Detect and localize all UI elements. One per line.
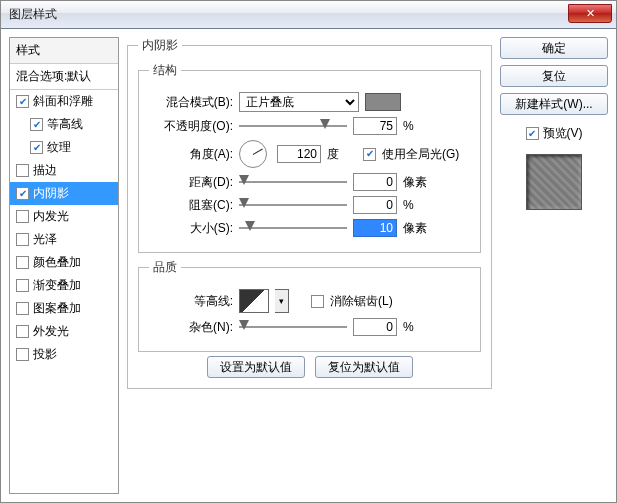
structure-legend: 结构 — [149, 62, 181, 79]
preview-label: 预览(V) — [543, 125, 583, 142]
distance-unit: 像素 — [403, 174, 433, 191]
style-item-label: 斜面和浮雕 — [33, 93, 93, 110]
noise-label: 杂色(N): — [149, 319, 233, 336]
preview-toggle[interactable]: 预览(V) — [500, 125, 608, 142]
styles-panel: 样式 混合选项:默认 斜面和浮雕 等高线 纹理 描边 内阴影 内发光 — [9, 37, 119, 494]
structure-group: 结构 混合模式(B): 正片叠底 不透明度(O): % — [138, 62, 481, 253]
global-light-label: 使用全局光(G) — [382, 146, 459, 163]
color-swatch[interactable] — [365, 93, 401, 111]
checkbox-icon[interactable] — [16, 210, 29, 223]
style-item-pattern-overlay[interactable]: 图案叠加 — [10, 297, 118, 320]
style-item-label: 纹理 — [47, 139, 71, 156]
inner-shadow-group: 内阴影 结构 混合模式(B): 正片叠底 不透明度(O): % — [127, 37, 492, 389]
make-default-button[interactable]: 设置为默认值 — [207, 356, 305, 378]
noise-slider[interactable] — [239, 319, 347, 335]
window-title: 图层样式 — [9, 6, 57, 23]
angle-dial[interactable] — [239, 140, 267, 168]
preview-thumbnail — [526, 154, 582, 210]
opacity-label: 不透明度(O): — [149, 118, 233, 135]
close-icon: ✕ — [586, 7, 595, 20]
size-slider[interactable] — [239, 220, 347, 236]
checkbox-icon[interactable] — [30, 141, 43, 154]
style-item-bevel[interactable]: 斜面和浮雕 — [10, 90, 118, 113]
checkbox-icon[interactable] — [16, 233, 29, 246]
style-item-contour[interactable]: 等高线 — [10, 113, 118, 136]
style-item-label: 颜色叠加 — [33, 254, 81, 271]
quality-group: 品质 等高线: ▾ 消除锯齿(L) 杂色(N): % — [138, 259, 481, 352]
section-title: 内阴影 — [138, 37, 182, 54]
size-row: 大小(S): 像素 — [149, 219, 470, 237]
checkbox-icon[interactable] — [16, 95, 29, 108]
contour-label: 等高线: — [149, 293, 233, 310]
blend-mode-label: 混合模式(B): — [149, 94, 233, 111]
checkbox-icon[interactable] — [16, 325, 29, 338]
checkbox-icon[interactable] — [16, 164, 29, 177]
opacity-unit: % — [403, 119, 433, 133]
checkbox-icon[interactable] — [16, 279, 29, 292]
blend-options-item[interactable]: 混合选项:默认 — [10, 64, 118, 90]
blend-options-label: 混合选项:默认 — [16, 68, 91, 85]
settings-area: 内阴影 结构 混合模式(B): 正片叠底 不透明度(O): % — [127, 37, 492, 494]
style-item-label: 光泽 — [33, 231, 57, 248]
style-item-label: 外发光 — [33, 323, 69, 340]
checkbox-icon[interactable] — [16, 302, 29, 315]
choke-slider[interactable] — [239, 197, 347, 213]
contour-swatch[interactable] — [239, 289, 269, 313]
style-item-label: 描边 — [33, 162, 57, 179]
style-item-label: 内阴影 — [33, 185, 69, 202]
noise-input[interactable] — [353, 318, 397, 336]
distance-slider[interactable] — [239, 174, 347, 190]
style-item-texture[interactable]: 纹理 — [10, 136, 118, 159]
style-item-gradient-overlay[interactable]: 渐变叠加 — [10, 274, 118, 297]
style-item-label: 等高线 — [47, 116, 83, 133]
dialog-content: 样式 混合选项:默认 斜面和浮雕 等高线 纹理 描边 内阴影 内发光 — [1, 29, 616, 502]
choke-unit: % — [403, 198, 433, 212]
size-input[interactable] — [353, 219, 397, 237]
style-item-label: 图案叠加 — [33, 300, 81, 317]
styles-header: 样式 — [10, 38, 118, 64]
contour-dropdown[interactable]: ▾ — [275, 289, 289, 313]
angle-input[interactable] — [277, 145, 321, 163]
checkbox-icon[interactable] — [16, 348, 29, 361]
angle-label: 角度(A): — [149, 146, 233, 163]
reset-default-button[interactable]: 复位为默认值 — [315, 356, 413, 378]
style-item-stroke[interactable]: 描边 — [10, 159, 118, 182]
close-button[interactable]: ✕ — [568, 4, 612, 23]
noise-row: 杂色(N): % — [149, 318, 470, 336]
ok-button[interactable]: 确定 — [500, 37, 608, 59]
opacity-row: 不透明度(O): % — [149, 117, 470, 135]
checkbox-icon[interactable] — [30, 118, 43, 131]
titlebar: 图层样式 ✕ — [1, 1, 616, 29]
style-item-drop-shadow[interactable]: 投影 — [10, 343, 118, 366]
distance-label: 距离(D): — [149, 174, 233, 191]
size-label: 大小(S): — [149, 220, 233, 237]
preview-checkbox[interactable] — [526, 127, 539, 140]
checkbox-icon[interactable] — [16, 256, 29, 269]
style-item-inner-shadow[interactable]: 内阴影 — [10, 182, 118, 205]
style-item-label: 渐变叠加 — [33, 277, 81, 294]
antialias-label: 消除锯齿(L) — [330, 293, 393, 310]
antialias-checkbox[interactable] — [311, 295, 324, 308]
style-item-satin[interactable]: 光泽 — [10, 228, 118, 251]
right-panel: 确定 复位 新建样式(W)... 预览(V) — [500, 37, 608, 494]
global-light-checkbox[interactable] — [363, 148, 376, 161]
choke-input[interactable] — [353, 196, 397, 214]
blend-mode-row: 混合模式(B): 正片叠底 — [149, 92, 470, 112]
distance-input[interactable] — [353, 173, 397, 191]
quality-legend: 品质 — [149, 259, 181, 276]
size-unit: 像素 — [403, 220, 433, 237]
style-item-outer-glow[interactable]: 外发光 — [10, 320, 118, 343]
contour-row: 等高线: ▾ 消除锯齿(L) — [149, 289, 470, 313]
new-style-button[interactable]: 新建样式(W)... — [500, 93, 608, 115]
angle-row: 角度(A): 度 使用全局光(G) — [149, 140, 470, 168]
style-item-color-overlay[interactable]: 颜色叠加 — [10, 251, 118, 274]
style-item-label: 内发光 — [33, 208, 69, 225]
opacity-slider[interactable] — [239, 118, 347, 134]
opacity-input[interactable] — [353, 117, 397, 135]
blend-mode-select[interactable]: 正片叠底 — [239, 92, 359, 112]
style-item-label: 投影 — [33, 346, 57, 363]
cancel-button[interactable]: 复位 — [500, 65, 608, 87]
checkbox-icon[interactable] — [16, 187, 29, 200]
style-item-inner-glow[interactable]: 内发光 — [10, 205, 118, 228]
default-buttons-row: 设置为默认值 复位为默认值 — [138, 356, 481, 378]
